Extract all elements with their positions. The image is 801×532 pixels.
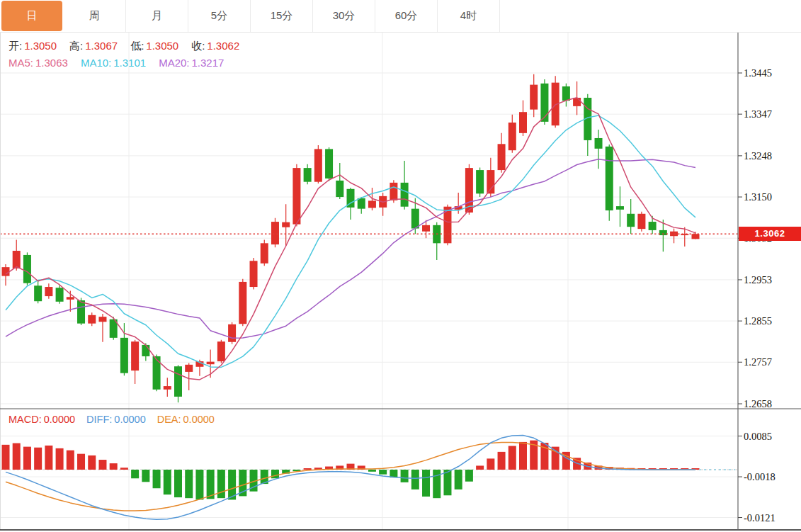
macd-bar [465, 470, 473, 482]
candle-body [649, 222, 657, 230]
macd-bar [153, 470, 161, 488]
candle-body [153, 356, 161, 390]
open-label: 开: [8, 40, 22, 53]
macd-bar [422, 470, 430, 497]
macd-tick-label: -0.0121 [744, 512, 776, 523]
candle-body [519, 112, 527, 133]
macd-bar [271, 470, 279, 478]
ma5-value: 1.3063 [35, 57, 68, 69]
price-tick-label: 1.2658 [744, 398, 772, 409]
tab-5分[interactable]: 5分 [188, 0, 251, 32]
macd-value: 0.0000 [44, 414, 75, 425]
macd-bar [476, 465, 484, 470]
macd-bar [45, 446, 52, 470]
tab-4时[interactable]: 4时 [438, 0, 500, 32]
candle-body [185, 365, 193, 372]
candle-body [239, 282, 246, 324]
macd-header: MACD:0.0000 DIFF:0.0000 DEA:0.0000 [8, 414, 215, 425]
tab-15分[interactable]: 15分 [251, 0, 313, 32]
price-tick-label: 1.3347 [744, 108, 772, 120]
close-label: 收: [191, 40, 205, 53]
candle-body [228, 324, 236, 342]
tab-30分[interactable]: 30分 [313, 0, 375, 32]
candle-body [476, 170, 484, 193]
candle-body [314, 149, 322, 181]
candle-body [509, 123, 516, 150]
open-value: 1.3050 [24, 40, 57, 53]
macd-bar [443, 470, 451, 495]
candle-body [422, 225, 430, 232]
candle-body [174, 366, 182, 397]
macd-bar [368, 470, 376, 472]
candle-body [67, 297, 74, 300]
candle-body [131, 341, 139, 370]
close-value: 1.3062 [207, 40, 239, 53]
macd-bar [34, 448, 42, 470]
candle-body [2, 267, 10, 276]
ohlc-header: 开:1.3050 高:1.3067 低:1.3050 收:1.3062 [8, 40, 239, 53]
macd-bar [77, 454, 85, 470]
tab-周[interactable]: 周 [64, 0, 126, 32]
diff-label: DIFF: [86, 414, 112, 425]
candle-body [540, 84, 548, 122]
candle-body [637, 214, 645, 229]
tab-日[interactable]: 日 [1, 1, 62, 31]
macd-bar [217, 470, 225, 498]
price-tick-label: 1.2757 [744, 356, 772, 368]
ma20-value: 1.3217 [192, 57, 225, 69]
candle-body [606, 147, 613, 210]
dea-label: DEA: [157, 414, 181, 425]
macd-bar [110, 463, 118, 470]
candle-body [411, 209, 419, 229]
candle-body [88, 315, 96, 324]
price-tick-label: 1.2855 [744, 315, 772, 327]
ma5-line [6, 98, 695, 380]
macd-bar [498, 452, 506, 470]
macd-bar [379, 470, 387, 475]
macd-bar [433, 470, 441, 498]
macd-bar [487, 458, 494, 470]
candle-body [120, 338, 128, 373]
ma-header: MA5:1.3063 MA10:1.3101 MA20:1.3217 [8, 57, 224, 69]
candle-body [164, 386, 171, 390]
high-label: 高: [69, 40, 83, 53]
candle-body [498, 144, 506, 170]
macd-tick-label: 0.0085 [744, 431, 772, 442]
price-tick-label: 1.2953 [744, 274, 772, 285]
tab-60分[interactable]: 60分 [375, 0, 438, 32]
ma20-line [6, 159, 695, 338]
candle-body [390, 183, 397, 200]
macd-bar [519, 442, 527, 470]
macd-bar [142, 470, 149, 482]
candlestick-macd-chart[interactable]: 1.34451.33471.32481.31501.30521.29531.28… [0, 0, 801, 532]
macd-bar [131, 470, 139, 478]
price-tick-label: 1.3248 [744, 150, 772, 162]
candle-body [271, 222, 279, 244]
current-price-badge: 1.3062 [739, 227, 801, 241]
candle-body [45, 287, 52, 296]
candle-body [34, 285, 42, 301]
macd-bar [98, 460, 106, 470]
candle-body [282, 222, 290, 227]
candle-body [573, 98, 581, 106]
candle-body [487, 170, 494, 193]
price-axis-labels: 1.34451.33471.32481.31501.30521.29531.28… [738, 67, 776, 523]
candle-body [217, 341, 225, 361]
diff-value: 0.0000 [114, 414, 145, 425]
macd-label: MACD: [8, 414, 42, 425]
ma20-label: MA20: [159, 57, 189, 69]
macd-histogram [2, 441, 700, 500]
low-label: 低: [130, 40, 144, 53]
macd-bar [455, 470, 462, 489]
candle-body [401, 183, 409, 207]
candle-body [616, 206, 624, 210]
candle-body [142, 345, 149, 356]
candle-body [250, 261, 258, 287]
candle-body [659, 230, 667, 235]
tab-月[interactable]: 月 [126, 0, 188, 32]
macd-bar [304, 468, 312, 470]
ma10-value: 1.3101 [113, 57, 146, 69]
candle-body [207, 362, 215, 365]
macd-bar [185, 470, 193, 498]
price-tick-label: 1.3150 [744, 191, 772, 203]
